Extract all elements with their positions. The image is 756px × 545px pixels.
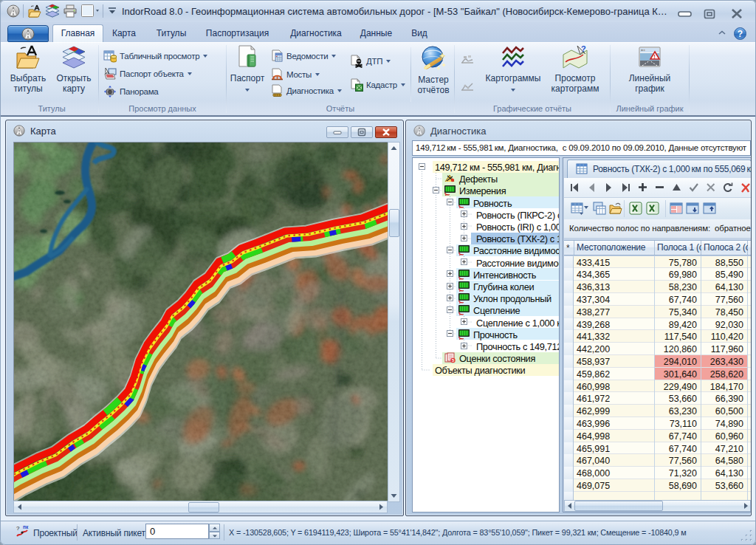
svg-text:?: ?: [581, 44, 586, 53]
svg-text:?: ?: [16, 525, 20, 532]
svg-text:пк: пк: [23, 524, 29, 529]
svg-text:!: !: [653, 53, 656, 60]
